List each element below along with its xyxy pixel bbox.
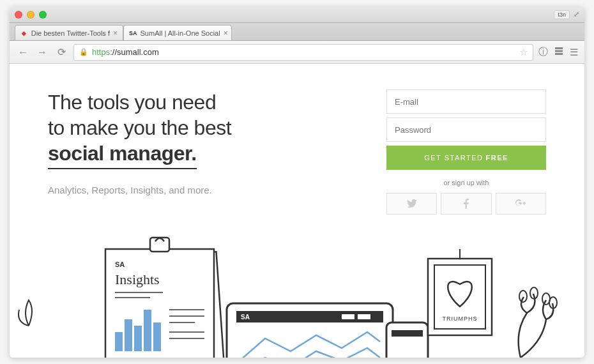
browser-toolbar: ← → ⟳ 🔒 https://sumall.com ☆ ⓘ ☰: [10, 41, 584, 64]
insights-label: Insights: [115, 271, 160, 287]
headline-line3: social manager.: [48, 140, 197, 169]
svg-rect-9: [125, 319, 132, 351]
traffic-lights: [15, 11, 47, 19]
minimize-window-button[interactable]: [27, 11, 34, 19]
forward-button[interactable]: →: [35, 47, 49, 58]
svg-point-34: [542, 293, 550, 305]
facebook-icon: [463, 199, 469, 209]
address-bar[interactable]: 🔒 https://sumall.com ☆: [73, 44, 533, 61]
svg-rect-10: [134, 326, 142, 351]
tab-label: SumAll | All-in-One Social: [141, 29, 220, 37]
lock-icon: 🔒: [79, 48, 88, 56]
favicon-sumall: SA: [129, 29, 137, 38]
page-content: The tools you need to make you the best …: [10, 64, 584, 358]
reload-button[interactable]: ⟳: [54, 46, 68, 58]
twitter-icon: [407, 199, 417, 208]
signup-form: GET STARTED FREE or sign up with: [386, 89, 546, 215]
svg-text:SA: SA: [241, 314, 250, 321]
tab-label: Die besten Twitter-Tools f: [31, 29, 110, 37]
svg-rect-26: [392, 337, 423, 358]
close-tab-icon[interactable]: ×: [113, 29, 118, 38]
password-field[interactable]: [386, 118, 546, 142]
cta-free-label: FREE: [485, 154, 508, 162]
titlebar: t3n ⤢: [10, 6, 584, 23]
close-tab-icon[interactable]: ×: [224, 29, 228, 38]
svg-rect-2: [555, 53, 563, 55]
get-started-button[interactable]: GET STARTED FREE: [386, 146, 546, 170]
svg-rect-0: [555, 47, 563, 49]
url-host: sumall.com: [117, 47, 159, 57]
close-window-button[interactable]: [15, 11, 22, 19]
headline-line2: to make you the best: [48, 116, 231, 139]
or-signup-with-label: or sign up with: [386, 179, 546, 186]
svg-rect-22: [358, 314, 370, 319]
url-protocol: https: [92, 47, 110, 57]
google-icon: [515, 199, 526, 209]
bookmark-star-icon[interactable]: ☆: [519, 47, 528, 58]
maximize-window-button[interactable]: [39, 11, 47, 19]
svg-text:TRIUMPHS: TRIUMPHS: [443, 315, 478, 322]
back-button[interactable]: ←: [16, 47, 30, 58]
svg-point-31: [519, 291, 527, 302]
tab-strip: ◆ Die besten Twitter-Tools f × SA SumAll…: [10, 23, 584, 41]
svg-rect-21: [342, 314, 354, 319]
svg-rect-12: [153, 322, 161, 351]
svg-rect-25: [392, 330, 423, 337]
sa-logo-text: SA: [115, 261, 125, 268]
menu-icon[interactable]: ☰: [570, 47, 578, 58]
fullscreen-icon[interactable]: ⤢: [574, 10, 579, 19]
t3n-badge: t3n: [554, 10, 570, 19]
email-field[interactable]: [386, 89, 546, 114]
svg-rect-1: [555, 50, 563, 52]
extension-icon[interactable]: [554, 47, 563, 57]
svg-rect-11: [144, 310, 151, 351]
svg-rect-5: [150, 238, 169, 252]
cta-label: GET STARTED: [424, 154, 483, 162]
browser-window: t3n ⤢ ◆ Die besten Twitter-Tools f × SA …: [10, 6, 584, 358]
svg-rect-8: [115, 332, 123, 351]
favicon-t3n: ◆: [20, 29, 28, 38]
info-icon[interactable]: ⓘ: [538, 46, 548, 58]
hero-illustration: SA Insights: [10, 211, 584, 358]
tab-twitter-tools[interactable]: ◆ Die besten Twitter-Tools f ×: [15, 25, 123, 40]
url-separator: ://: [110, 47, 117, 57]
headline-line1: The tools you need: [48, 91, 216, 114]
headline: The tools you need to make you the best …: [48, 89, 348, 169]
tab-sumall[interactable]: SA SumAll | All-in-One Social ×: [123, 25, 232, 40]
subtitle: Analytics, Reports, Insights, and more.: [48, 185, 348, 195]
